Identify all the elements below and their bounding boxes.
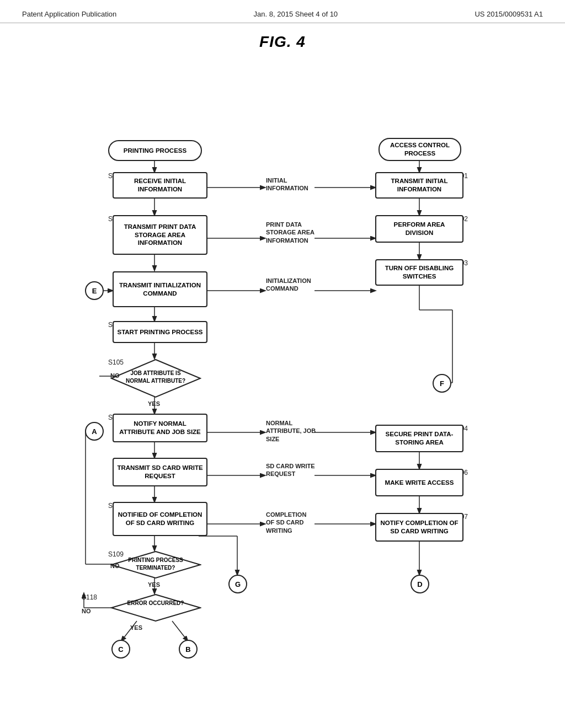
diagram-area: PRINTING PROCESS ACCESS CONTROL PROCESS … <box>0 56 565 707</box>
circle-B: B <box>179 640 198 659</box>
no-label: NO <box>110 372 120 379</box>
initial-info-label: INITIAL INFORMATION <box>266 176 316 192</box>
perform-area-box: PERFORM AREA DIVISION <box>375 215 463 243</box>
error-occurred-diamond: ERROR OCCURRED? <box>110 593 201 622</box>
circle-D: D <box>411 575 429 593</box>
sd-card-label: SD CARD WRITE REQUEST <box>266 462 316 478</box>
access-control-box: ACCESS CONTROL PROCESS <box>379 138 461 161</box>
circle-C: C <box>111 640 130 659</box>
circle-E: E <box>85 281 104 300</box>
completion-sd-label: COMPLETION OF SD CARD WRITING <box>266 511 316 534</box>
header-center: Jan. 8, 2015 Sheet 4 of 10 <box>254 10 338 18</box>
transmit-print-data-box: TRANSMIT PRINT DATA STORAGE AREA INFORMA… <box>113 215 207 255</box>
normal-attr-label: NORMAL ATTRIBUTE, JOB SIZE <box>266 419 318 443</box>
svg-text:TERMINATED?: TERMINATED? <box>136 565 175 571</box>
circle-G: G <box>228 575 247 593</box>
notify-normal-box: NOTIFY NORMAL ATTRIBUTE AND JOB SIZE <box>113 414 207 442</box>
secure-print-box: SECURE PRINT DATA-STORING AREA <box>375 425 463 452</box>
svg-text:PRINTING PROCESS: PRINTING PROCESS <box>128 557 183 563</box>
no-error: NO <box>82 608 91 614</box>
fig-title: FIG. 4 <box>0 33 565 51</box>
header-right: US 2015/0009531 A1 <box>475 10 543 18</box>
circle-F: F <box>433 374 451 393</box>
svg-text:ERROR OCCURRED?: ERROR OCCURRED? <box>127 600 184 606</box>
transmit-initial-right-box: TRANSMIT INITIAL INFORMATION <box>375 172 463 199</box>
yes-label: YES <box>148 400 160 407</box>
circle-A: A <box>85 422 104 441</box>
yes-terminated: YES <box>148 581 160 588</box>
printing-process-box: PRINTING PROCESS <box>108 140 202 161</box>
init-cmd-label: INITIALIZATION COMMAND <box>266 277 316 293</box>
transmit-init-cmd-box: TRANSMIT INITIALIZATION COMMAND <box>113 271 207 307</box>
header-left: Patent Application Publication <box>22 10 116 18</box>
svg-marker-49 <box>111 595 200 621</box>
make-write-box: MAKE WRITE ACCESS <box>375 469 463 496</box>
svg-line-13 <box>172 621 188 641</box>
print-data-label: PRINT DATA STORAGE AREA INFORMATION <box>266 221 316 244</box>
page-header: Patent Application Publication Jan. 8, 2… <box>0 0 565 23</box>
notify-completion-box: NOTIFY COMPLETION OF SD CARD WRITING <box>375 513 463 542</box>
yes-error: YES <box>130 624 142 631</box>
receive-initial-box: RECEIVE INITIAL INFORMATION <box>113 172 207 199</box>
start-printing-box: START PRINTING PROCESS <box>113 321 207 343</box>
job-attr-diamond: JOB ATTRIBUTE IS NORMAL ATTRIBUTE? <box>110 358 201 398</box>
notified-sd-box: NOTIFIED OF COMPLETION OF SD CARD WRITIN… <box>113 502 207 536</box>
svg-text:JOB ATTRIBUTE IS: JOB ATTRIBUTE IS <box>130 370 180 376</box>
transmit-sd-box: TRANSMIT SD CARD WRITE REQUEST <box>113 458 207 486</box>
step-s118: S118 <box>82 593 97 601</box>
turn-off-box: TURN OFF DISABLING SWITCHES <box>375 259 463 286</box>
no-terminated: NO <box>110 563 120 569</box>
printing-terminated-diamond: PRINTING PROCESS TERMINATED? <box>110 550 201 579</box>
svg-text:NORMAL ATTRIBUTE?: NORMAL ATTRIBUTE? <box>126 378 185 384</box>
